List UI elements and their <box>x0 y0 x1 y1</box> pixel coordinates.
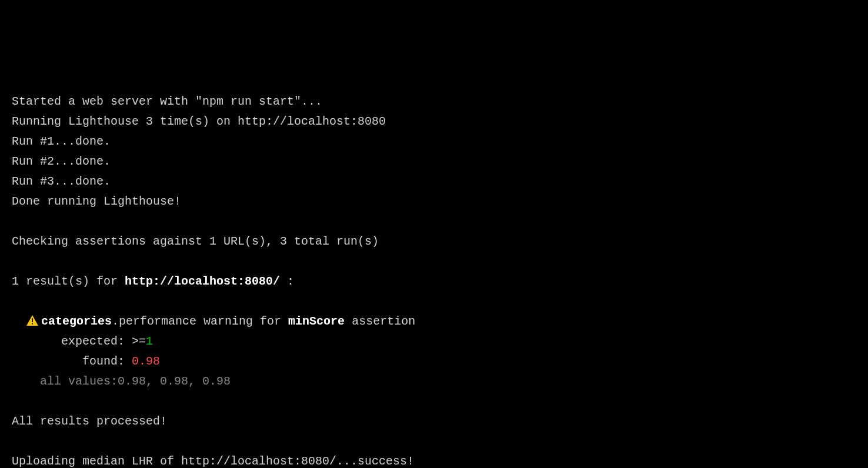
assertion-header: categories.performance warning for minSc… <box>12 312 856 332</box>
log-run1: Run #1...done. <box>12 132 856 152</box>
found-label: found: <box>54 352 132 372</box>
results-url: http://localhost:8080/ <box>125 275 280 288</box>
svg-rect-0 <box>32 318 33 322</box>
assertion-expected: expected: >=1 <box>12 332 856 352</box>
blank-line <box>12 212 856 232</box>
footer-processed: All results processed! <box>12 412 856 432</box>
log-run2: Run #2...done. <box>12 152 856 172</box>
terminal-output: Started a web server with "npm run start… <box>12 92 856 468</box>
log-done-running: Done running Lighthouse! <box>12 192 856 212</box>
blank-line <box>12 392 856 412</box>
expected-value: 1 <box>146 335 153 348</box>
allvalues-value: 0.98, 0.98, 0.98 <box>118 375 231 388</box>
assertion-category: categories <box>41 312 112 332</box>
found-value: 0.98 <box>132 355 160 368</box>
assertion-allvalues: all values: 0.98, 0.98, 0.98 <box>12 372 856 392</box>
blank-line <box>12 292 856 312</box>
footer-uploading: Uploading median LHR of http://localhost… <box>12 452 856 468</box>
assertion-suffix: assertion <box>345 312 415 332</box>
allvalues-label: all values: <box>40 372 118 392</box>
warning-icon <box>26 315 39 326</box>
blank-line <box>12 432 856 452</box>
log-checking: Checking assertions against 1 URL(s), 3 … <box>12 232 856 252</box>
assertion-metric: minScore <box>288 312 345 332</box>
expected-op: >= <box>132 335 146 348</box>
expected-label: expected: <box>54 332 132 352</box>
results-header: 1 result(s) for http://localhost:8080/ : <box>12 272 856 292</box>
results-prefix: 1 result(s) for <box>12 275 125 288</box>
log-started: Started a web server with "npm run start… <box>12 92 856 112</box>
assertion-category-rest: .performance warning for <box>112 312 288 332</box>
blank-line <box>12 252 856 272</box>
log-run3: Run #3...done. <box>12 172 856 192</box>
log-running: Running Lighthouse 3 time(s) on http://l… <box>12 112 856 132</box>
results-suffix: : <box>280 275 294 288</box>
svg-rect-1 <box>32 323 33 325</box>
assertion-found: found: 0.98 <box>12 352 856 372</box>
